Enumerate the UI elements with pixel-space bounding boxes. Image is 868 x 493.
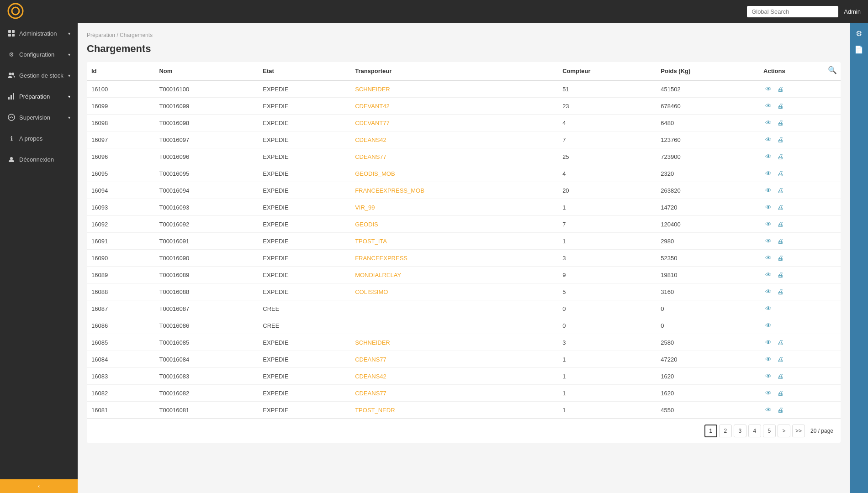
transporteur-link[interactable]: GEODIS_MOB	[355, 170, 395, 177]
view-button[interactable]: 👁	[763, 287, 773, 296]
print-button[interactable]: 🖨	[775, 118, 785, 127]
print-button[interactable]: 🖨	[775, 338, 785, 347]
cell-poids: 2580	[656, 334, 759, 351]
cell-transporteur: TPOST_ITA	[350, 233, 558, 250]
cell-transporteur	[350, 300, 558, 317]
print-button[interactable]: 🖨	[775, 405, 785, 414]
print-button[interactable]: 🖨	[775, 152, 785, 161]
cell-actions: 👁 🖨	[759, 385, 841, 402]
chevron-down-icon-3: ▾	[68, 73, 70, 78]
transporteur-link[interactable]: SCHNEIDER	[355, 86, 390, 93]
transporteur-link[interactable]: VIR_99	[355, 204, 375, 211]
print-button[interactable]: 🖨	[775, 135, 785, 144]
table-search-button[interactable]: 🔍	[828, 66, 837, 74]
right-panel: ⚙ 📄	[850, 23, 868, 493]
transporteur-link[interactable]: CDEANS42	[355, 373, 386, 380]
cell-compteur: 20	[558, 182, 656, 199]
table-row: 16098 T00016098 EXPEDIE CDEVANT77 4 6480…	[87, 115, 841, 131]
page-btn-3[interactable]: 3	[734, 425, 746, 437]
view-button[interactable]: 👁	[763, 84, 773, 94]
cell-actions: 👁	[759, 317, 841, 334]
cell-id: 16096	[87, 148, 154, 165]
page-btn-2[interactable]: 2	[719, 425, 732, 437]
transporteur-link[interactable]: FRANCEEXPRESS	[355, 255, 408, 262]
view-button[interactable]: 👁	[763, 169, 773, 178]
print-button[interactable]: 🖨	[775, 84, 785, 94]
sidebar-item-deconnexion[interactable]: Déconnexion	[0, 149, 78, 170]
print-button[interactable]: 🖨	[775, 169, 785, 178]
global-search-input[interactable]	[747, 6, 838, 17]
view-button[interactable]: 👁	[763, 338, 773, 347]
sidebar-item-gestion-de-stock[interactable]: Gestion de stock ▾	[0, 65, 78, 86]
view-button[interactable]: 👁	[763, 270, 773, 279]
sidebar-item-configuration[interactable]: ⚙ Configuration ▾	[0, 44, 78, 65]
page-btn-next[interactable]: >	[778, 425, 790, 437]
cell-transporteur: GEODIS_MOB	[350, 165, 558, 182]
cell-poids: 47220	[656, 351, 759, 368]
transporteur-link[interactable]: TPOST_NEDR	[355, 407, 395, 414]
print-button[interactable]: 🖨	[775, 388, 785, 398]
view-button[interactable]: 👁	[763, 388, 773, 398]
view-button[interactable]: 👁	[763, 135, 773, 144]
print-button[interactable]: 🖨	[775, 270, 785, 279]
transporteur-link[interactable]: CDEANS42	[355, 136, 386, 143]
table-header-row: Id Nom Etat Transporteur Compteur Poids …	[87, 62, 841, 80]
cell-compteur: 1	[558, 368, 656, 385]
print-button[interactable]: 🖨	[775, 355, 785, 364]
view-button[interactable]: 👁	[763, 220, 773, 229]
print-button[interactable]: 🖨	[775, 220, 785, 229]
view-button[interactable]: 👁	[763, 203, 773, 212]
cell-actions: 👁 🖨	[759, 98, 841, 115]
view-button[interactable]: 👁	[763, 101, 773, 110]
page-btn-last[interactable]: >>	[792, 425, 805, 437]
transporteur-link[interactable]: GEODIS	[355, 221, 378, 228]
print-button[interactable]: 🖨	[775, 287, 785, 296]
cell-compteur: 4	[558, 115, 656, 131]
transporteur-link[interactable]: FRANCEEXPRESS_MOB	[355, 187, 424, 194]
cell-etat: EXPEDIE	[258, 267, 350, 283]
sidebar: Administration ▾ ⚙ Configuration ▾ Gesti…	[0, 23, 78, 493]
cell-actions: 👁 🖨	[759, 148, 841, 165]
cell-compteur: 1	[558, 402, 656, 419]
transporteur-link[interactable]: CDEANS77	[355, 153, 386, 160]
view-button[interactable]: 👁	[763, 321, 773, 330]
page-btn-5[interactable]: 5	[763, 425, 776, 437]
transporteur-link[interactable]: CDEANS77	[355, 356, 386, 363]
cell-compteur: 5	[558, 283, 656, 300]
print-button[interactable]: 🖨	[775, 203, 785, 212]
print-button[interactable]: 🖨	[775, 253, 785, 262]
transporteur-link[interactable]: MONDIALRELAY	[355, 272, 401, 278]
sidebar-label-configuration: Configuration	[19, 51, 54, 58]
view-button[interactable]: 👁	[763, 236, 773, 246]
chevron-down-icon-2: ▾	[68, 52, 70, 57]
people-icon	[7, 71, 16, 79]
sidebar-item-a-propos[interactable]: ℹ A propos	[0, 128, 78, 149]
view-button[interactable]: 👁	[763, 304, 773, 313]
page-btn-1[interactable]: 1	[704, 425, 717, 437]
right-settings-icon[interactable]: ⚙	[853, 26, 865, 41]
transporteur-link[interactable]: TPOST_ITA	[355, 238, 387, 245]
print-button[interactable]: 🖨	[775, 186, 785, 195]
print-button[interactable]: 🖨	[775, 101, 785, 110]
view-button[interactable]: 👁	[763, 152, 773, 161]
print-button[interactable]: 🖨	[775, 372, 785, 381]
sidebar-collapse-button[interactable]: ‹	[0, 479, 78, 493]
transporteur-link[interactable]: CDEVANT77	[355, 120, 390, 126]
sidebar-item-administration[interactable]: Administration ▾	[0, 23, 78, 44]
print-button[interactable]: 🖨	[775, 236, 785, 246]
view-button[interactable]: 👁	[763, 355, 773, 364]
page-btn-4[interactable]: 4	[748, 425, 761, 437]
view-button[interactable]: 👁	[763, 186, 773, 195]
transporteur-link[interactable]: CDEANS77	[355, 390, 386, 397]
view-button[interactable]: 👁	[763, 253, 773, 262]
view-button[interactable]: 👁	[763, 118, 773, 127]
sidebar-item-supervision[interactable]: Supervision ▾	[0, 107, 78, 128]
logo[interactable]	[7, 3, 24, 21]
right-doc-icon[interactable]: 📄	[852, 42, 866, 57]
transporteur-link[interactable]: CDEVANT42	[355, 103, 390, 110]
transporteur-link[interactable]: SCHNEIDER	[355, 339, 390, 346]
view-button[interactable]: 👁	[763, 405, 773, 414]
sidebar-item-preparation[interactable]: Préparation ▾	[0, 86, 78, 107]
view-button[interactable]: 👁	[763, 372, 773, 381]
transporteur-link[interactable]: COLISSIMO	[355, 288, 388, 295]
